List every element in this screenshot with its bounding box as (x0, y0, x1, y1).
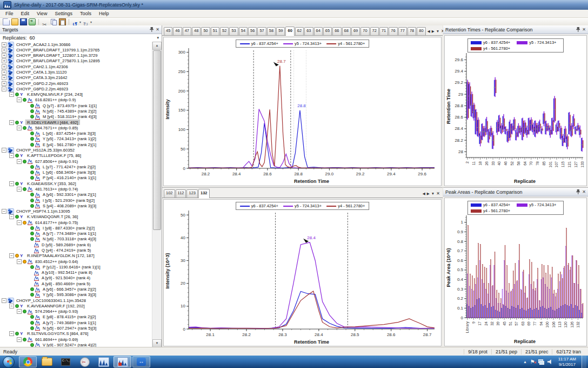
tree-expander-icon[interactable]: + (2, 75, 6, 80)
tree-item-tran[interactable]: L [y6] - 837.4254+ (rank 3)[3] (0, 131, 152, 136)
peak-areas-plot[interactable]: Library917243239455157636977941001061131… (445, 198, 586, 346)
tree-expander-icon[interactable]: − (17, 259, 22, 264)
tree-expander-icon[interactable]: − (9, 304, 14, 308)
retention-times-plot[interactable]: 2111826334046525864707885101107115121127… (445, 36, 586, 186)
replicates-combobox[interactable]: Replicates: 60 ▾ (0, 34, 162, 42)
tree-scrollbar[interactable]: ▲ ▼ (152, 42, 162, 347)
replicate-tab-102[interactable]: 102 (164, 189, 175, 198)
tree-expander-icon[interactable]: − (2, 209, 6, 214)
tree-item-prec[interactable]: −584.7671++ (dotp 0.85) (0, 125, 152, 130)
tree-item-prot[interactable]: +CHOYP_ACAA2.1.1|m.30666 (0, 42, 152, 47)
replicate-tab-60[interactable]: 60 (285, 27, 294, 36)
taskbar-terminal[interactable]: C:\_ (57, 356, 75, 367)
close-icon[interactable]: ✕ (582, 189, 586, 194)
tree-item-tran[interactable]: A [y8] - 850.4669+ (rank 5) (0, 281, 152, 286)
replicate-tab-123[interactable]: 123 (186, 189, 198, 198)
pin-icon[interactable] (576, 27, 580, 32)
tree-item-tran[interactable]: Q [y4] - 474.2419+ (rank 5) (0, 247, 152, 253)
replicate-tab-76[interactable]: 76 (389, 27, 397, 35)
cut-button[interactable] (42, 18, 49, 25)
tree-item-tran[interactable]: N [y6] - 745.4389+ (rank 2)[2] (0, 108, 152, 114)
tree-item-pep[interactable]: −YK.EMVQNLMVLR.F [234, 243] (0, 92, 152, 97)
tabs-scroll-left-icon[interactable]: ◀ (423, 192, 425, 196)
replicate-tab-77[interactable]: 77 (398, 27, 407, 35)
tree-item-tran[interactable]: Y [y5] - 595.3086+ (rank 3)[3] (0, 292, 152, 298)
chromatogram-chart-bottom[interactable]: 28.128.228.328.428.528.628.701020304050I… (163, 199, 442, 346)
tree-expander-icon[interactable]: + (2, 81, 6, 86)
tree-expander-icon[interactable]: − (9, 120, 14, 125)
replicate-tab-63[interactable]: 63 (304, 27, 313, 35)
redo-button[interactable] (83, 18, 90, 25)
replicate-tab-48[interactable]: 48 (192, 27, 201, 35)
tree-item-prot[interactable]: −CHOYP_LOC100633041.1.1|m.35428 (0, 298, 152, 303)
replicate-tab-57[interactable]: 57 (257, 27, 266, 35)
menu-help[interactable]: Help (95, 10, 113, 17)
close-icon[interactable]: ✕ (582, 27, 586, 32)
scroll-down-icon[interactable]: ▼ (152, 339, 162, 347)
tree-item-tran[interactable]: A [y6] - 592.3301+ (rank 2)[1] (0, 192, 152, 198)
tree-item-tran[interactable]: L [y7] - 771.4247+ (rank 2)[2] (0, 164, 152, 169)
replicate-tab-68[interactable]: 68 (342, 27, 351, 35)
pin-icon[interactable] (150, 27, 153, 32)
replicate-tab-50[interactable]: 50 (201, 27, 210, 35)
replicate-tab-70[interactable]: 70 (360, 27, 369, 35)
pin-icon[interactable] (576, 189, 580, 194)
chromatogram-plot-bottom[interactable]: 28.128.228.328.428.528.628.701020304050I… (164, 200, 441, 346)
tree-item-tran[interactable]: A [y10] - 992.5411+ (rank 8) (0, 270, 152, 275)
tree-item-prot[interactable]: −CHOYP_G6PD.2.2|m.46923 (0, 86, 152, 91)
tree-expander-icon[interactable]: − (9, 214, 14, 219)
tree-item-prot[interactable]: −CHOYP_HS12A.25.33|m.60352 (0, 147, 152, 153)
tree-item-pep[interactable]: −YK.GIAEAISSK.Y [353, 362] (0, 181, 152, 186)
replicate-tab-59[interactable]: 59 (276, 27, 285, 35)
retention-times-chart[interactable]: 2111826334046525864707885101107115121127… (444, 35, 587, 186)
tree-item-tran[interactable]: E [y4] - 561.2780+ (rank 2)[1] (0, 142, 152, 147)
tree-item-tran[interactable]: P [y4] - 416.2140+ (rank 1)[1] (0, 175, 152, 181)
tabs-scroll-left-icon[interactable]: ◀ (427, 29, 430, 34)
tree-item-tran[interactable]: I [y5] - 521.2930+ (rank 5)[2] (0, 198, 152, 203)
peak-areas-chart[interactable]: Library917243239455157636977941001061131… (444, 198, 587, 346)
replicate-tab-56[interactable]: 56 (248, 27, 257, 35)
tabs-menu-icon[interactable]: ▼ (431, 192, 435, 195)
tree-item-tran[interactable]: A [y9] - 921.5040+ (rank 4) (0, 275, 152, 281)
chromatogram-plot-top[interactable]: 28.228.428.628.829.029.229.429.605010015… (164, 37, 441, 186)
menu-file[interactable]: File (2, 10, 17, 17)
tree-expander-icon[interactable]: − (9, 253, 14, 258)
tray-expand-icon[interactable]: ▲ (523, 360, 527, 364)
tree-item-prec[interactable]: −661.8694++ (dotp 0.69) (0, 337, 152, 342)
tree-expander-icon[interactable]: − (17, 126, 22, 130)
chevron-down-icon[interactable]: ▾ (157, 36, 159, 40)
replicate-tab-51[interactable]: 51 (211, 27, 219, 35)
tree-item-tran[interactable]: N [y5] - 607.2947+ (rank 5)[3] (0, 325, 152, 331)
tree-item-tran[interactable]: A [y7] - 774.3489+ (rank 1)[1] (0, 231, 152, 236)
redo-dropdown-icon[interactable]: ▾ (90, 20, 92, 24)
open-button[interactable] (11, 18, 18, 25)
tree-item-pep[interactable]: −YK.AVVEAANNFGR.F [192, 202] (0, 303, 152, 308)
replicate-tab-45[interactable]: 45 (164, 27, 172, 35)
replicate-tab-72[interactable]: 72 (370, 27, 379, 35)
replicate-tab-47[interactable]: 47 (183, 27, 191, 35)
start-button[interactable] (3, 356, 15, 368)
replicate-tab-78[interactable]: 78 (407, 27, 416, 35)
speaker-icon[interactable] (547, 359, 553, 364)
tree-item-tran[interactable]: P [y12] - 1190.6416+ (rank 1)[1] (0, 264, 152, 270)
tree-expander-icon[interactable]: − (9, 181, 14, 186)
share-button[interactable] (29, 18, 36, 25)
tree-expander-icon[interactable]: − (17, 309, 22, 314)
taskbar-chrome[interactable] (19, 356, 37, 367)
tree-item-prec[interactable]: −481.7613++ (dotp 0.74) (0, 186, 152, 192)
replicate-tab-64[interactable]: 64 (314, 27, 323, 35)
tree-item-tran[interactable]: S [y4] - 408.2089+ (rank 3)[3] (0, 203, 152, 208)
replicate-tab-69[interactable]: 69 (351, 27, 360, 35)
tree-item-pep[interactable]: −YR.IINEPTAAALAYGLDK.N [172, 187] (0, 253, 152, 259)
tree-expander-icon[interactable]: + (2, 70, 6, 75)
show-desktop-button[interactable] (582, 356, 586, 368)
tree-item-prec[interactable]: −616.8281++ (dotp 0.9) (0, 97, 152, 103)
save-button[interactable] (20, 18, 27, 25)
tree-expander-icon[interactable]: − (9, 92, 14, 97)
tabs-scroll-right-icon[interactable]: ▶ (432, 29, 435, 34)
menu-tools[interactable]: Tools (76, 10, 95, 17)
tree-expander-icon[interactable]: − (17, 187, 22, 192)
tree-expander-icon[interactable]: − (17, 220, 22, 225)
tree-item-pep[interactable]: −YK.VEIIANDQGNR.T [26, 36] (0, 214, 152, 220)
tree-expander-icon[interactable]: + (2, 42, 6, 47)
